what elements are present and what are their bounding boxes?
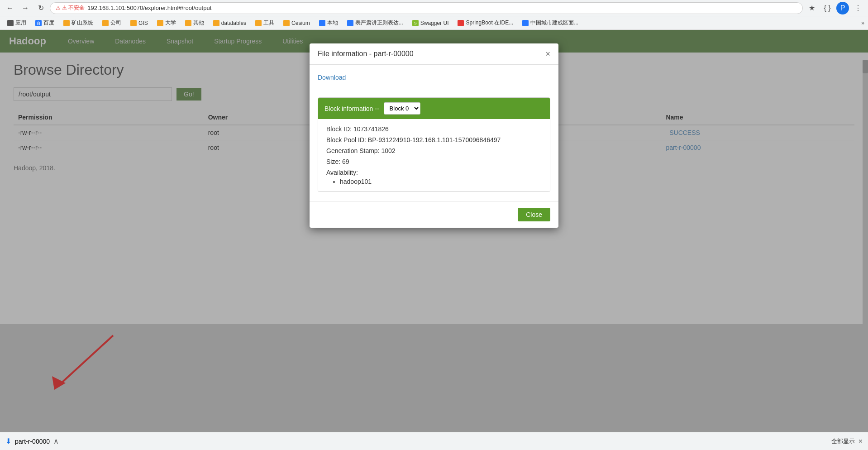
modal-body: Download Block information -- Block 0 Bl… (310, 65, 558, 201)
bookmark-label: Cesium (291, 20, 310, 26)
address-text: 192.168.1.101:50070/explorer.html#/root/… (87, 5, 211, 11)
download-bar-right: 全部显示 × (831, 437, 863, 445)
bookmark-label: datatables (221, 20, 246, 26)
show-all-button[interactable]: 全部显示 (831, 437, 855, 445)
bookmark-apps[interactable]: 应用 (4, 18, 30, 28)
bookmark-cesium[interactable]: Cesium (280, 19, 314, 28)
generation-stamp-row: Generation Stamp: 1002 (326, 147, 542, 154)
forward-button[interactable]: → (19, 2, 32, 14)
bookmark-label: GIS (138, 20, 148, 26)
modal-close-button[interactable]: × (545, 50, 550, 58)
download-link[interactable]: Download (318, 74, 346, 81)
bookmark-label: 工具 (263, 19, 274, 27)
bookmark-city[interactable]: 中国城市建成区面... (519, 18, 582, 28)
bookmark-gis[interactable]: GIS (127, 19, 152, 28)
block-header: Block information -- Block 0 (318, 98, 550, 119)
bookmark-springboot[interactable]: SpringBoot 在IDE... (454, 18, 517, 28)
bookmark-local[interactable]: 本地 (315, 18, 342, 28)
bookmark-other[interactable]: 其他 (181, 18, 208, 28)
profile-button[interactable]: P (836, 2, 849, 14)
browser-toolbar: ← → ↻ ⚠ ⚠ 不安全 192.168.1.101:50070/explor… (0, 0, 868, 16)
modal-header: File information - part-r-00000 × (310, 43, 558, 65)
download-filename: part-r-00000 (15, 438, 50, 445)
file-info-modal: File information - part-r-00000 × Downlo… (310, 43, 558, 228)
browser-chrome: ← → ↻ ⚠ ⚠ 不安全 192.168.1.101:50070/explor… (0, 0, 868, 30)
security-warning-text: ⚠ 不安全 (62, 4, 85, 12)
bookmark-university[interactable]: 大学 (153, 18, 180, 28)
bookmark-label: 本地 (327, 19, 338, 27)
block-pool-id-row: Block Pool ID: BP-931224910-192.168.1.10… (326, 136, 542, 144)
bookmark-label: SpringBoot 在IDE... (466, 19, 513, 27)
extensions-button[interactable]: { } (821, 2, 834, 14)
bookmark-tools[interactable]: 工具 (252, 18, 278, 28)
block-id-row: Block ID: 1073741826 (326, 125, 542, 133)
address-bar[interactable]: ⚠ ⚠ 不安全 192.168.1.101:50070/explorer.htm… (50, 2, 803, 14)
bookmark-baidu[interactable]: 百 百度 (32, 18, 58, 28)
modal-close-btn[interactable]: Close (518, 208, 550, 221)
bookmark-label: 百度 (43, 19, 54, 27)
block-select[interactable]: Block 0 (384, 102, 420, 115)
bookmark-label: 公司 (110, 19, 121, 27)
download-icon: ⬇ (5, 437, 11, 445)
bookmark-label: 其他 (193, 19, 204, 27)
block-info-label: Block information -- (324, 105, 379, 112)
bookmark-star-button[interactable]: ★ (806, 2, 818, 14)
reload-button[interactable]: ↻ (34, 2, 47, 14)
download-bar: ⬇ part-r-00000 ∧ 全部显示 × (0, 432, 868, 450)
bookmark-label: 矿山系统 (72, 19, 93, 27)
bookmarks-bar: 应用 百 百度 矿山系统 公司 GIS 大学 其他 datatables (0, 16, 868, 30)
availability-label: Availability: (326, 169, 542, 176)
modal-overlay: File information - part-r-00000 × Downlo… (0, 30, 868, 432)
page-background: Hadoop Overview Datanodes Snapshot Start… (0, 30, 868, 432)
availability-list: hadoop101 (340, 178, 542, 185)
block-info-section: Block information -- Block 0 Block ID: 1… (318, 97, 550, 192)
bookmark-regex[interactable]: 表严肃讲正则表达... (343, 18, 407, 28)
block-content: Block ID: 1073741826 Block Pool ID: BP-9… (318, 119, 550, 191)
bookmark-mining[interactable]: 矿山系统 (60, 18, 97, 28)
back-button[interactable]: ← (4, 2, 16, 14)
modal-title: File information - part-r-00000 (318, 50, 414, 58)
menu-button[interactable]: ⋮ (852, 2, 864, 14)
bookmark-swagger[interactable]: S Swagger UI (409, 19, 453, 28)
bookmark-label: 表严肃讲正则表达... (355, 19, 403, 27)
bookmark-label: Swagger UI (420, 20, 449, 26)
bookmark-datatables[interactable]: datatables (210, 19, 250, 28)
size-row: Size: 69 (326, 158, 542, 165)
modal-footer: Close (310, 201, 558, 228)
download-expand-button[interactable]: ∧ (53, 437, 59, 445)
bookmark-label: 中国城市建成区面... (530, 19, 578, 27)
bookmark-label: 应用 (15, 19, 26, 27)
bookmark-company[interactable]: 公司 (99, 18, 125, 28)
bookmark-label: 大学 (165, 19, 176, 27)
more-bookmarks[interactable]: » (861, 20, 864, 26)
availability-node: hadoop101 (340, 178, 542, 185)
security-warning: ⚠ ⚠ 不安全 (56, 4, 85, 12)
download-bar-close-button[interactable]: × (858, 437, 863, 445)
